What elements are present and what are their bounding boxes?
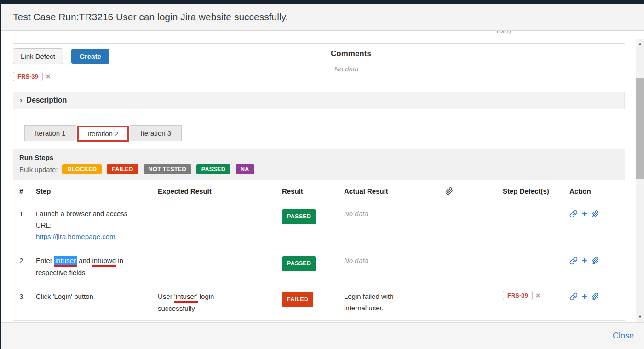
bulk-status-not-tested[interactable]: NOT TESTED <box>144 164 191 174</box>
scroll-up-icon[interactable]: ▲ <box>636 40 644 48</box>
actual-result: No data <box>339 202 441 249</box>
actual-result: No data <box>339 249 441 285</box>
tab-iteration-1[interactable]: Iteration 1 <box>24 125 76 141</box>
step-row-3: 3 Click 'Login' button User 'intuser' lo… <box>13 285 625 321</box>
step-defects-cell <box>491 202 565 249</box>
remove-defect-icon[interactable]: × <box>536 292 540 299</box>
chevron-right-icon: › <box>20 96 22 104</box>
step-number: 1 <box>13 202 31 249</box>
selected-text: intuser <box>54 256 77 267</box>
step-text: Enter intuser and intupwd in respective … <box>31 249 153 285</box>
comments-empty-text: No data <box>334 65 625 73</box>
step-text: Click 'Login' button <box>31 285 153 320</box>
action-cell: + <box>565 285 625 320</box>
test-case-run-modal: Test Case Run:TR3216 User can login Jira… <box>1 4 644 349</box>
table-header-row: # Step Expected Result Result Actual Res… <box>13 181 625 202</box>
linked-defect-tag[interactable]: FRS-39 <box>13 72 43 81</box>
link-defect-icon[interactable] <box>569 210 578 218</box>
col-header-num: # <box>13 181 31 202</box>
description-label: Description <box>26 96 67 104</box>
modal-footer: Close <box>1 322 644 349</box>
col-header-attachment paperclip-icon <box>441 181 491 202</box>
plus-icon[interactable]: + <box>582 257 587 265</box>
scrollbar-thumb[interactable] <box>636 78 644 179</box>
iteration-tabs: Iteration 1 Iteration 2 Iteration 3 <box>13 125 625 141</box>
action-cell: + <box>565 202 625 249</box>
action-cell: + <box>565 249 625 285</box>
run-steps-table: # Step Expected Result Result Actual Res… <box>13 181 625 321</box>
clipped-scrolled-text: rom) <box>497 31 625 35</box>
col-header-step: Step <box>31 181 153 202</box>
defects-comments-section: Link Defect Create FRS-39 × Comments No … <box>13 48 625 81</box>
vertical-scrollbar[interactable]: ▲ ▼ <box>636 39 644 322</box>
col-header-expected: Expected Result <box>153 181 277 202</box>
step-text: Launch a browser and access URL: https:/… <box>31 202 153 249</box>
remove-defect-icon[interactable]: × <box>46 73 51 80</box>
link-defect-button[interactable]: Link Defect <box>13 48 63 64</box>
step-defects-cell <box>491 249 565 285</box>
step-defect-tag[interactable]: FRS-39 <box>503 291 533 300</box>
modal-title: Test Case Run:TR3216 User can login Jira… <box>13 11 288 22</box>
step-defects-cell: FRS-39 × <box>491 285 565 320</box>
scroll-down-icon[interactable]: ▼ <box>636 313 644 321</box>
modal-body: rom) Link Defect Create FRS-39 × Comment… <box>1 31 636 322</box>
expected-result: User 'intuser' login successfully <box>153 285 277 320</box>
col-header-actual: Actual Result <box>339 181 441 202</box>
result-cell: PASSED <box>277 202 339 249</box>
result-status-badge[interactable]: FAILED <box>282 292 313 307</box>
expected-result <box>153 249 277 285</box>
bulk-status-passed[interactable]: PASSED <box>196 164 230 174</box>
tab-iteration-3[interactable]: Iteration 3 <box>130 125 182 141</box>
paperclip-icon[interactable] <box>592 210 599 217</box>
result-cell: PASSED <box>277 249 339 285</box>
misspelled-word: intupwd <box>92 256 116 267</box>
result-status-badge[interactable]: PASSED <box>282 256 316 271</box>
plus-icon[interactable]: + <box>582 210 587 218</box>
attachment-cell <box>441 285 491 320</box>
plus-icon[interactable]: + <box>582 292 587 301</box>
step-row-1: 1 Launch a browser and access URL: https… <box>13 202 625 249</box>
link-defect-icon[interactable] <box>569 257 578 265</box>
col-header-result: Result <box>277 181 339 202</box>
run-steps-header: Run Steps Bulk update: BLOCKED FAILED NO… <box>13 149 625 180</box>
bulk-status-blocked[interactable]: BLOCKED <box>62 164 102 174</box>
col-header-defects: Step Defect(s) <box>491 181 565 202</box>
attachment-cell <box>441 202 491 249</box>
step-row-2: 2 Enter intuser and intupwd in respectiv… <box>13 249 625 285</box>
misspelled-word: 'intuser' <box>174 292 198 303</box>
bulk-status-na[interactable]: NA <box>236 164 254 174</box>
step-number: 3 <box>13 285 31 320</box>
bulk-status-failed[interactable]: FAILED <box>107 164 138 174</box>
tab-iteration-2[interactable]: Iteration 2 <box>77 126 129 142</box>
close-button[interactable]: Close <box>613 331 634 341</box>
link-defect-icon[interactable] <box>569 292 578 301</box>
defects-panel: Link Defect Create FRS-39 × <box>13 48 319 81</box>
comments-panel: Comments No data <box>319 48 625 81</box>
bulk-update-label: Bulk update: <box>19 166 58 173</box>
description-accordion[interactable]: › Description <box>13 92 625 109</box>
result-cell: FAILED <box>277 285 339 320</box>
result-status-badge[interactable]: PASSED <box>282 209 316 224</box>
attachment-cell <box>441 249 491 285</box>
step-url-link[interactable]: https://jira.homepage.com <box>36 233 115 240</box>
paperclip-icon[interactable] <box>592 257 599 264</box>
expected-result <box>153 202 277 249</box>
col-header-action: Action <box>565 181 625 202</box>
modal-header: Test Case Run:TR3216 User can login Jira… <box>1 4 644 31</box>
run-steps-title: Run Steps <box>19 154 618 161</box>
step-number: 2 <box>13 249 31 285</box>
comments-title: Comments <box>331 49 625 58</box>
section-divider <box>13 43 625 44</box>
paperclip-icon[interactable] <box>592 293 599 300</box>
actual-result: Login failed with internal user. <box>339 285 441 320</box>
create-defect-button[interactable]: Create <box>71 49 109 64</box>
